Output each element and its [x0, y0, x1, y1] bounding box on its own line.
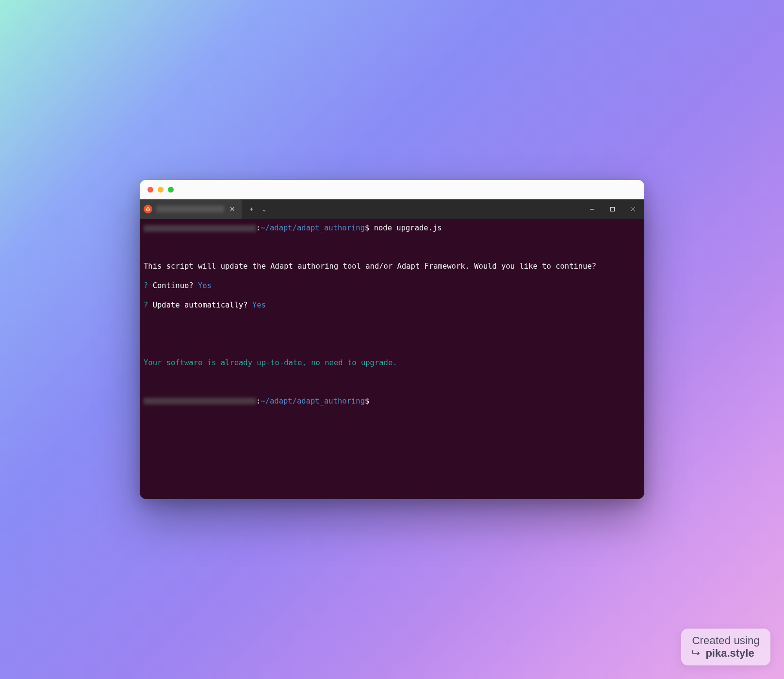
status-line: Your software is already up-to-date, no … [144, 358, 640, 368]
question-1-answer: Yes [198, 281, 212, 290]
minimize-button[interactable] [584, 202, 600, 216]
svg-point-3 [149, 210, 150, 210]
prompt-dollar: $ [365, 397, 369, 405]
user-host-redacted [144, 398, 256, 404]
watermark-line2: pika.style [692, 647, 760, 660]
svg-point-1 [147, 207, 148, 208]
blank-line [144, 243, 640, 253]
blank-line [144, 377, 640, 387]
terminal-tab[interactable]: ✕ [140, 199, 242, 219]
close-button[interactable] [625, 202, 640, 216]
prompt-dollar: $ [365, 224, 369, 232]
tab-region: ✕ ＋ ⌄ [140, 199, 274, 219]
tab-title-redacted [156, 206, 224, 212]
prompt-path: ~/adapt/adapt_authoring [261, 397, 365, 405]
user-host-redacted [144, 225, 256, 232]
command-text: node upgrade.js [374, 224, 442, 232]
terminal-output[interactable]: :~/adapt/adapt_authoring$ node upgrade.j… [140, 219, 644, 499]
maximize-button[interactable] [604, 202, 620, 216]
new-tab-button[interactable]: ＋ [246, 202, 256, 216]
question-1-text: Continue? [153, 281, 194, 290]
intro-line: This script will update the Adapt author… [144, 262, 640, 272]
prompt-line-1: :~/adapt/adapt_authoring$ node upgrade.j… [144, 224, 640, 233]
terminal-titlebar: ✕ ＋ ⌄ [140, 199, 644, 219]
watermark-line1: Created using [692, 634, 760, 647]
watermark-badge: Created using pika.style [681, 629, 770, 665]
return-arrow-icon [692, 649, 702, 658]
mac-titlebar [140, 180, 644, 199]
ubuntu-icon [144, 205, 152, 213]
svg-rect-5 [610, 207, 614, 211]
minimize-traffic-light[interactable] [158, 187, 163, 193]
blank-line [144, 320, 640, 329]
tab-actions: ＋ ⌄ [242, 199, 274, 219]
question-1: ? Continue? Yes [144, 281, 640, 291]
question-2: ? Update automatically? Yes [144, 301, 640, 310]
question-2-text: Update automatically? [153, 301, 248, 309]
mac-window-frame: ✕ ＋ ⌄ :~/adapt/adapt_authoring$ nod [140, 180, 644, 499]
prompt-path: ~/adapt/adapt_authoring [261, 224, 365, 232]
zoom-traffic-light[interactable] [168, 187, 174, 193]
watermark-brand: pika.style [705, 647, 754, 660]
tab-menu-chevron-icon[interactable]: ⌄ [259, 202, 269, 216]
prompt-line-2: :~/adapt/adapt_authoring$ [144, 397, 640, 406]
close-traffic-light[interactable] [147, 187, 153, 193]
prompt-sep: : [256, 224, 261, 232]
question-mark-icon: ? [144, 301, 148, 309]
window-controls [584, 202, 640, 216]
blank-line [144, 339, 640, 349]
svg-point-0 [147, 208, 149, 210]
prompt-sep: : [256, 397, 261, 405]
question-mark-icon: ? [144, 281, 148, 290]
tab-close-icon[interactable]: ✕ [228, 205, 237, 213]
terminal-app-window: ✕ ＋ ⌄ :~/adapt/adapt_authoring$ nod [140, 199, 644, 499]
svg-point-2 [146, 210, 147, 210]
question-2-answer: Yes [252, 301, 266, 309]
